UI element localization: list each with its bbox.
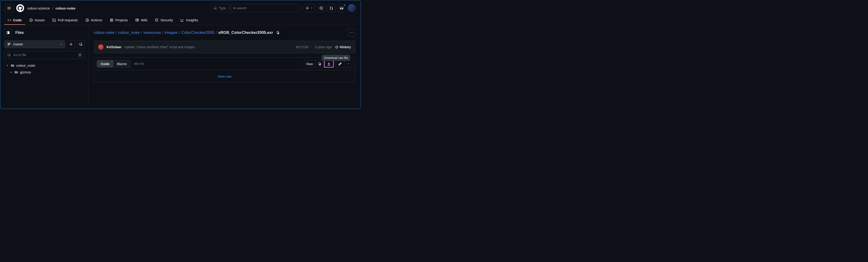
repo-nav-tabs: Code Issues Pull requests Actions Projec… — [0, 16, 361, 25]
path-current-file: sRGB_ColorChecker2005.exr — [218, 30, 273, 35]
commit-sha[interactable]: 4517c50 — [296, 45, 308, 49]
folder-icon — [11, 64, 14, 67]
file-filter-kbd: t — [78, 53, 82, 57]
tab-projects-label: Projects — [115, 18, 128, 22]
add-file-button[interactable] — [67, 40, 75, 48]
tree-item-gizmos[interactable]: gizmos — [4, 69, 85, 76]
pulls-header-button[interactable] — [328, 4, 335, 12]
breadcrumb-separator: / — [52, 6, 53, 10]
code-icon — [7, 18, 11, 22]
collapse-sidebar-button[interactable] — [4, 29, 12, 37]
git-pull-request-icon — [330, 6, 333, 10]
git-branch-icon — [7, 42, 11, 46]
caret-down-icon — [347, 63, 349, 65]
more-options-button[interactable] — [347, 29, 355, 37]
tab-code-label: Code — [13, 18, 22, 22]
folder-icon — [14, 70, 18, 74]
file-filter-input[interactable]: Go to file t — [4, 51, 85, 59]
search-placeholder-pre: Type — [219, 6, 226, 10]
edit-file-button[interactable] — [336, 60, 344, 68]
blame-tab-button[interactable]: Blame — [113, 60, 131, 67]
tab-actions[interactable]: Actions — [82, 16, 105, 25]
tab-insights-label: Insights — [186, 18, 198, 22]
search-placeholder-post: to search — [233, 6, 247, 10]
search-icon — [79, 42, 83, 46]
git-pull-request-icon — [52, 18, 56, 22]
path-part-2[interactable]: resources — [144, 30, 161, 35]
create-new-button[interactable] — [303, 4, 315, 12]
tab-wiki-label: Wiki — [141, 18, 147, 22]
path-part-0[interactable]: colour-nuke — [94, 30, 115, 35]
commit-author-avatar[interactable] — [98, 44, 104, 50]
history-icon — [335, 45, 338, 49]
search-kbd-hint: / — [228, 6, 231, 10]
history-button[interactable]: History — [335, 45, 351, 49]
graph-icon — [180, 18, 184, 22]
pencil-icon — [338, 62, 342, 66]
search-icon — [7, 53, 11, 57]
hamburger-icon — [7, 6, 11, 10]
hamburger-menu-button[interactable] — [5, 4, 13, 12]
path-part-4[interactable]: ColorChecker2005 — [182, 30, 214, 35]
tab-actions-label: Actions — [91, 18, 102, 22]
tab-insights[interactable]: Insights — [177, 16, 201, 25]
book-icon — [135, 18, 139, 22]
tab-pulls-label: Pull requests — [58, 18, 78, 22]
path-part-3[interactable]: images — [165, 30, 178, 35]
search-files-button[interactable] — [77, 40, 85, 48]
code-blame-toggle: Code Blame — [97, 60, 131, 68]
tree-gizmos-label: gizmos — [20, 70, 31, 74]
tab-issues[interactable]: Issues — [26, 16, 48, 25]
tree-root-label: colour_nuke — [16, 64, 35, 67]
github-logo[interactable] — [16, 4, 24, 12]
record-icon — [319, 6, 323, 10]
user-avatar[interactable] — [348, 4, 356, 12]
file-path-breadcrumb: colour-nuke/ colour_nuke/ resources/ ima… — [94, 29, 355, 37]
commit-message[interactable]: Update "colour rendition chart" script a… — [124, 45, 196, 49]
copy-raw-button[interactable] — [315, 60, 324, 68]
tab-issues-label: Issues — [35, 18, 45, 22]
copy-icon — [318, 62, 321, 66]
commit-author-name[interactable]: KelSolaar — [106, 45, 122, 49]
issues-header-button[interactable] — [317, 4, 325, 12]
kebab-icon — [349, 31, 353, 35]
raw-label: Raw — [306, 62, 313, 66]
latest-commit-box: KelSolaar Update "colour rendition chart… — [94, 41, 355, 53]
sidebar-collapse-icon — [6, 31, 10, 35]
tab-security[interactable]: Security — [152, 16, 176, 25]
tree-item-root[interactable]: colour_nuke — [4, 62, 85, 69]
tab-security-label: Security — [160, 18, 173, 22]
files-panel-title: Files — [15, 31, 24, 35]
notifications-button[interactable] — [338, 4, 346, 12]
path-part-1[interactable]: colour_nuke — [118, 30, 140, 35]
download-tooltip: Download raw file — [322, 55, 350, 61]
tab-projects[interactable]: Projects — [106, 16, 131, 25]
global-search-input[interactable]: Type / to search — [210, 4, 299, 12]
view-raw-link[interactable]: View raw — [217, 74, 231, 78]
file-size-label: 855 KB — [134, 62, 144, 66]
branch-name: master — [13, 42, 23, 46]
github-mark-icon — [18, 6, 23, 11]
shield-icon — [155, 18, 158, 22]
issue-icon — [29, 18, 33, 22]
copy-path-icon[interactable] — [276, 31, 280, 35]
chevron-down-icon — [6, 64, 9, 67]
tab-code[interactable]: Code — [4, 16, 25, 25]
download-icon — [327, 62, 331, 66]
repo-link[interactable]: colour-nuke — [56, 6, 75, 10]
commit-age: 5 years ago — [315, 45, 332, 49]
file-filter-placeholder: Go to file — [13, 53, 26, 57]
tab-pulls[interactable]: Pull requests — [49, 16, 81, 25]
notification-indicator — [343, 4, 346, 6]
edit-dropdown-button[interactable] — [344, 60, 352, 68]
code-tab-button[interactable]: Code — [97, 60, 113, 67]
raw-button[interactable]: Raw — [304, 60, 315, 68]
tab-wiki[interactable]: Wiki — [132, 16, 151, 25]
download-raw-button[interactable] — [324, 60, 334, 68]
table-icon — [110, 18, 114, 22]
repo-breadcrumb: colour-science / colour-nuke — [27, 6, 75, 10]
plus-icon — [69, 42, 73, 46]
chevron-right-icon — [10, 71, 12, 74]
branch-select[interactable]: master — [4, 40, 65, 48]
owner-link[interactable]: colour-science — [27, 6, 50, 10]
